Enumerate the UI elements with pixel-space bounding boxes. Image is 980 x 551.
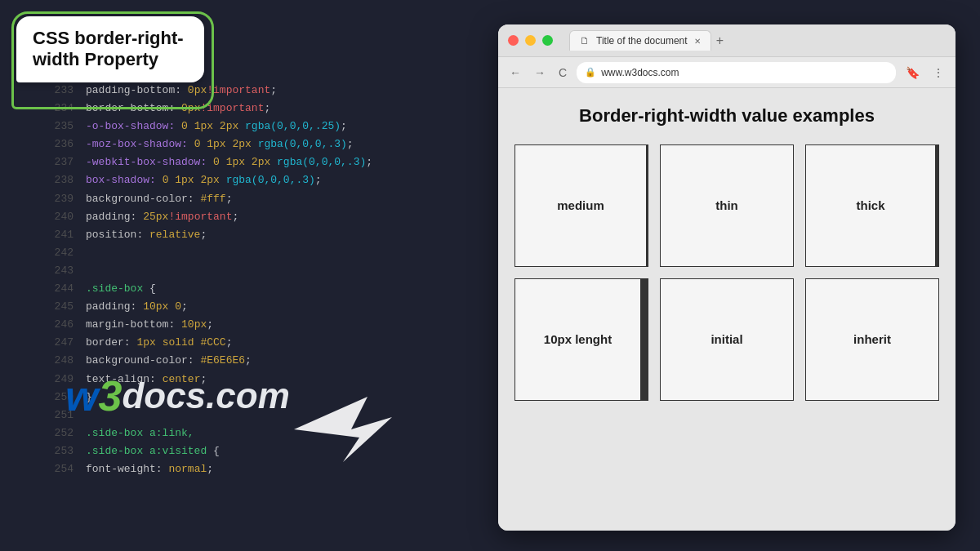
browser-addressbar: ← → C 🔒 www.w3docs.com 🔖 ⋮: [498, 57, 956, 88]
logo-3: 3: [98, 371, 122, 420]
demo-box: inherit: [805, 278, 939, 401]
line-number: 248: [49, 352, 74, 370]
line-number: 242: [49, 244, 74, 262]
address-box[interactable]: 🔒 www.w3docs.com: [577, 62, 896, 83]
demo-box-label: thin: [715, 198, 738, 212]
code-line: 244.side-box {: [49, 280, 372, 298]
line-number: 252: [49, 424, 74, 442]
line-number: 238: [49, 171, 74, 189]
code-line: 234border-bottom: 0px!important;: [49, 100, 372, 118]
code-line: 243: [49, 262, 372, 280]
forward-button[interactable]: →: [531, 64, 549, 81]
line-number: 236: [49, 136, 74, 153]
address-text: www.w3docs.com: [601, 67, 679, 78]
code-line: 248background-color: #E6E6E6;: [49, 352, 372, 370]
logo-area: w 3 docs .com: [65, 371, 290, 420]
line-number: 234: [49, 100, 74, 118]
code-line: 238box-shadow: 0 1px 2px rgba(0,0,0,.3);: [49, 171, 372, 189]
code-line: 242: [49, 244, 372, 262]
line-number: 233: [49, 82, 74, 100]
demo-box-label: 10px lenght: [544, 332, 612, 346]
line-number: 240: [49, 208, 74, 226]
minimize-button[interactable]: [525, 35, 536, 46]
code-line: 245padding: 10px 0;: [49, 298, 372, 316]
demo-box: 10px lenght: [514, 278, 648, 401]
line-number: 237: [49, 153, 74, 171]
line-number: 244: [49, 280, 74, 298]
w3docs-logo: w 3 docs .com: [65, 371, 290, 420]
browser-titlebar: 🗋 Title of the document ✕ +: [498, 24, 956, 57]
logo-docs: docs: [122, 375, 206, 416]
back-button[interactable]: ←: [506, 64, 524, 81]
demo-box-label: thick: [856, 198, 884, 212]
tab-area: 🗋 Title of the document ✕ +: [569, 30, 946, 51]
line-number: 253: [49, 442, 74, 460]
line-number: 239: [49, 190, 74, 208]
bookmark-icon[interactable]: 🔖: [902, 64, 923, 81]
reload-button[interactable]: C: [555, 64, 570, 81]
demo-box: initial: [660, 278, 794, 401]
line-number: 246: [49, 316, 74, 334]
line-number: 241: [49, 226, 74, 244]
tab-page-icon: 🗋: [580, 35, 590, 47]
menu-icon[interactable]: ⋮: [929, 64, 947, 81]
code-line: 246margin-bottom: 10px;: [49, 316, 372, 334]
demo-box: thick: [805, 144, 939, 267]
logo-w-blue: w: [65, 371, 98, 420]
code-line: 233padding-bottom: 0px!important;: [49, 82, 372, 100]
title-badge: CSS border-right-width Property: [16, 16, 204, 82]
demo-box-label: inherit: [853, 332, 891, 346]
browser-content: Border-right-width value examples medium…: [498, 88, 956, 531]
code-line: 237-webkit-box-shadow: 0 1px 2px rgba(0,…: [49, 153, 372, 171]
line-number: 247: [49, 334, 74, 352]
tab-close-button[interactable]: ✕: [694, 37, 701, 46]
arrow-pointer: [286, 393, 392, 469]
code-line: 247border: 1px solid #CCC;: [49, 334, 372, 352]
code-line: 235-o-box-shadow: 0 1px 2px rgba(0,0,0,.…: [49, 118, 372, 136]
demo-title: Border-right-width value examples: [514, 104, 939, 128]
close-button[interactable]: [508, 35, 519, 46]
demo-box-label: medium: [557, 198, 604, 212]
demo-grid: mediumthinthick10px lenghtinitialinherit: [514, 144, 939, 401]
new-tab-button[interactable]: +: [716, 33, 724, 48]
line-number: 243: [49, 262, 74, 280]
line-number: 254: [49, 460, 74, 478]
code-line: 241position: relative;: [49, 226, 372, 244]
code-line: 240padding: 25px!important;: [49, 208, 372, 226]
code-line: 236-moz-box-shadow: 0 1px 2px rgba(0,0,0…: [49, 136, 372, 153]
title-badge-text: CSS border-right-width Property: [33, 28, 184, 69]
tab-title: Title of the document: [596, 35, 688, 47]
line-number: 245: [49, 298, 74, 316]
demo-box-label: initial: [710, 332, 742, 346]
lock-icon: 🔒: [585, 67, 596, 78]
demo-box: medium: [514, 144, 648, 267]
browser-window: 🗋 Title of the document ✕ + ← → C 🔒 www.…: [498, 24, 956, 531]
maximize-button[interactable]: [542, 35, 553, 46]
line-number: 235: [49, 118, 74, 136]
svg-marker-0: [294, 397, 392, 462]
demo-box: thin: [660, 144, 794, 267]
code-line: 239background-color: #fff;: [49, 190, 372, 208]
browser-tab[interactable]: 🗋 Title of the document ✕: [569, 30, 711, 51]
logo-dot-com: .com: [206, 375, 290, 416]
